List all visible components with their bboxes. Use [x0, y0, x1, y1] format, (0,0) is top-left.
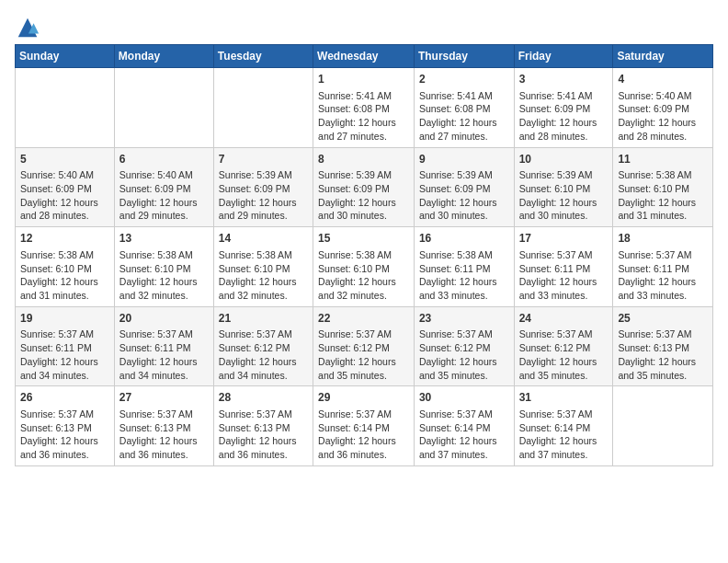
day-number: 16	[419, 231, 509, 247]
calendar-cell: 18Sunrise: 5:37 AMSunset: 6:11 PMDayligh…	[613, 227, 713, 307]
day-info: Sunrise: 5:37 AMSunset: 6:12 PMDaylight:…	[318, 327, 409, 382]
calendar-week-row: 19Sunrise: 5:37 AMSunset: 6:11 PMDayligh…	[16, 306, 713, 386]
day-number: 11	[618, 152, 708, 167]
day-number: 10	[519, 152, 609, 167]
calendar-cell: 1Sunrise: 5:41 AMSunset: 6:08 PMDaylight…	[313, 68, 415, 148]
day-number: 1	[318, 72, 409, 87]
calendar-cell: 30Sunrise: 5:37 AMSunset: 6:14 PMDayligh…	[414, 386, 514, 466]
day-number: 25	[618, 311, 708, 327]
calendar-cell: 5Sunrise: 5:40 AMSunset: 6:09 PMDaylight…	[16, 147, 115, 227]
day-number: 7	[219, 152, 308, 167]
day-info: Sunrise: 5:40 AMSunset: 6:09 PMDaylight:…	[20, 168, 109, 223]
day-info: Sunrise: 5:37 AMSunset: 6:11 PMDaylight:…	[519, 248, 609, 303]
calendar-cell: 26Sunrise: 5:37 AMSunset: 6:13 PMDayligh…	[16, 386, 115, 466]
calendar-table: SundayMondayTuesdayWednesdayThursdayFrid…	[15, 44, 713, 466]
calendar-week-row: 12Sunrise: 5:38 AMSunset: 6:10 PMDayligh…	[16, 227, 713, 307]
day-info: Sunrise: 5:37 AMSunset: 6:14 PMDaylight:…	[519, 408, 609, 462]
day-info: Sunrise: 5:37 AMSunset: 6:11 PMDaylight:…	[20, 327, 109, 382]
day-number: 27	[119, 390, 209, 406]
day-number: 2	[419, 72, 509, 87]
day-number: 18	[618, 231, 708, 247]
day-number: 19	[20, 311, 109, 327]
calendar-cell: 29Sunrise: 5:37 AMSunset: 6:14 PMDayligh…	[313, 386, 415, 466]
day-number: 9	[419, 152, 509, 167]
logo	[15, 15, 44, 40]
weekday-header-sunday: Sunday	[16, 45, 115, 68]
calendar-cell: 12Sunrise: 5:38 AMSunset: 6:10 PMDayligh…	[16, 227, 115, 307]
day-info: Sunrise: 5:38 AMSunset: 6:11 PMDaylight:…	[419, 248, 509, 303]
day-info: Sunrise: 5:37 AMSunset: 6:13 PMDaylight:…	[20, 408, 109, 462]
calendar-cell: 13Sunrise: 5:38 AMSunset: 6:10 PMDayligh…	[114, 227, 213, 307]
calendar-week-row: 5Sunrise: 5:40 AMSunset: 6:09 PMDaylight…	[16, 147, 713, 227]
weekday-header-thursday: Thursday	[414, 45, 514, 68]
calendar-week-row: 26Sunrise: 5:37 AMSunset: 6:13 PMDayligh…	[16, 386, 713, 466]
day-number: 28	[219, 390, 308, 406]
day-info: Sunrise: 5:39 AMSunset: 6:09 PMDaylight:…	[318, 168, 409, 223]
calendar-cell: 28Sunrise: 5:37 AMSunset: 6:13 PMDayligh…	[213, 386, 313, 466]
calendar-cell	[114, 68, 213, 148]
day-number: 21	[219, 311, 308, 327]
weekday-header-saturday: Saturday	[613, 45, 713, 68]
day-number: 4	[618, 72, 708, 87]
day-info: Sunrise: 5:40 AMSunset: 6:09 PMDaylight:…	[618, 89, 708, 144]
day-info: Sunrise: 5:38 AMSunset: 6:10 PMDaylight:…	[119, 248, 209, 303]
day-info: Sunrise: 5:37 AMSunset: 6:12 PMDaylight:…	[219, 327, 308, 382]
calendar-cell: 3Sunrise: 5:41 AMSunset: 6:09 PMDaylight…	[514, 68, 613, 148]
day-number: 31	[519, 390, 609, 406]
calendar-cell: 17Sunrise: 5:37 AMSunset: 6:11 PMDayligh…	[514, 227, 613, 307]
calendar-body: 1Sunrise: 5:41 AMSunset: 6:08 PMDaylight…	[16, 68, 713, 466]
day-info: Sunrise: 5:41 AMSunset: 6:09 PMDaylight:…	[519, 89, 609, 144]
calendar-cell: 10Sunrise: 5:39 AMSunset: 6:10 PMDayligh…	[514, 147, 613, 227]
day-number: 6	[119, 152, 209, 167]
calendar-cell: 25Sunrise: 5:37 AMSunset: 6:13 PMDayligh…	[613, 306, 713, 386]
day-number: 22	[318, 311, 409, 327]
day-info: Sunrise: 5:37 AMSunset: 6:11 PMDaylight:…	[119, 327, 209, 382]
calendar-cell: 16Sunrise: 5:38 AMSunset: 6:11 PMDayligh…	[414, 227, 514, 307]
calendar-week-row: 1Sunrise: 5:41 AMSunset: 6:08 PMDaylight…	[16, 68, 713, 148]
calendar-cell: 15Sunrise: 5:38 AMSunset: 6:10 PMDayligh…	[313, 227, 415, 307]
day-info: Sunrise: 5:38 AMSunset: 6:10 PMDaylight:…	[318, 248, 409, 303]
day-info: Sunrise: 5:38 AMSunset: 6:10 PMDaylight:…	[20, 248, 109, 303]
weekday-header-friday: Friday	[514, 45, 613, 68]
calendar-cell: 2Sunrise: 5:41 AMSunset: 6:08 PMDaylight…	[414, 68, 514, 148]
day-info: Sunrise: 5:37 AMSunset: 6:14 PMDaylight:…	[318, 408, 409, 462]
day-info: Sunrise: 5:38 AMSunset: 6:10 PMDaylight:…	[618, 168, 708, 223]
calendar-cell	[16, 68, 115, 148]
calendar-cell: 9Sunrise: 5:39 AMSunset: 6:09 PMDaylight…	[414, 147, 514, 227]
day-info: Sunrise: 5:37 AMSunset: 6:12 PMDaylight:…	[519, 327, 609, 382]
day-number: 12	[20, 231, 109, 247]
day-number: 13	[119, 231, 209, 247]
day-info: Sunrise: 5:37 AMSunset: 6:13 PMDaylight:…	[119, 408, 209, 462]
day-number: 23	[419, 311, 509, 327]
header	[15, 15, 713, 40]
calendar-cell: 23Sunrise: 5:37 AMSunset: 6:12 PMDayligh…	[414, 306, 514, 386]
calendar-cell	[213, 68, 313, 148]
calendar-cell: 8Sunrise: 5:39 AMSunset: 6:09 PMDaylight…	[313, 147, 415, 227]
day-info: Sunrise: 5:37 AMSunset: 6:13 PMDaylight:…	[219, 408, 308, 462]
calendar-cell	[613, 386, 713, 466]
day-number: 5	[20, 152, 109, 167]
calendar-cell: 7Sunrise: 5:39 AMSunset: 6:09 PMDaylight…	[213, 147, 313, 227]
weekday-header-wednesday: Wednesday	[313, 45, 415, 68]
day-number: 26	[20, 390, 109, 406]
calendar-cell: 14Sunrise: 5:38 AMSunset: 6:10 PMDayligh…	[213, 227, 313, 307]
weekday-header-monday: Monday	[114, 45, 213, 68]
day-info: Sunrise: 5:41 AMSunset: 6:08 PMDaylight:…	[318, 89, 409, 144]
day-info: Sunrise: 5:37 AMSunset: 6:11 PMDaylight:…	[618, 248, 708, 303]
calendar-header: SundayMondayTuesdayWednesdayThursdayFrid…	[16, 45, 713, 68]
day-number: 3	[519, 72, 609, 87]
day-number: 17	[519, 231, 609, 247]
day-number: 29	[318, 390, 409, 406]
calendar-cell: 4Sunrise: 5:40 AMSunset: 6:09 PMDaylight…	[613, 68, 713, 148]
day-info: Sunrise: 5:39 AMSunset: 6:09 PMDaylight:…	[219, 168, 308, 223]
day-info: Sunrise: 5:38 AMSunset: 6:10 PMDaylight:…	[219, 248, 308, 303]
day-info: Sunrise: 5:41 AMSunset: 6:08 PMDaylight:…	[419, 89, 509, 144]
day-info: Sunrise: 5:37 AMSunset: 6:12 PMDaylight:…	[419, 327, 509, 382]
calendar-cell: 19Sunrise: 5:37 AMSunset: 6:11 PMDayligh…	[16, 306, 115, 386]
day-info: Sunrise: 5:37 AMSunset: 6:13 PMDaylight:…	[618, 327, 708, 382]
calendar-cell: 20Sunrise: 5:37 AMSunset: 6:11 PMDayligh…	[114, 306, 213, 386]
day-info: Sunrise: 5:37 AMSunset: 6:14 PMDaylight:…	[419, 408, 509, 462]
logo-icon	[15, 15, 40, 40]
day-info: Sunrise: 5:39 AMSunset: 6:10 PMDaylight:…	[519, 168, 609, 223]
weekday-header-tuesday: Tuesday	[213, 45, 313, 68]
